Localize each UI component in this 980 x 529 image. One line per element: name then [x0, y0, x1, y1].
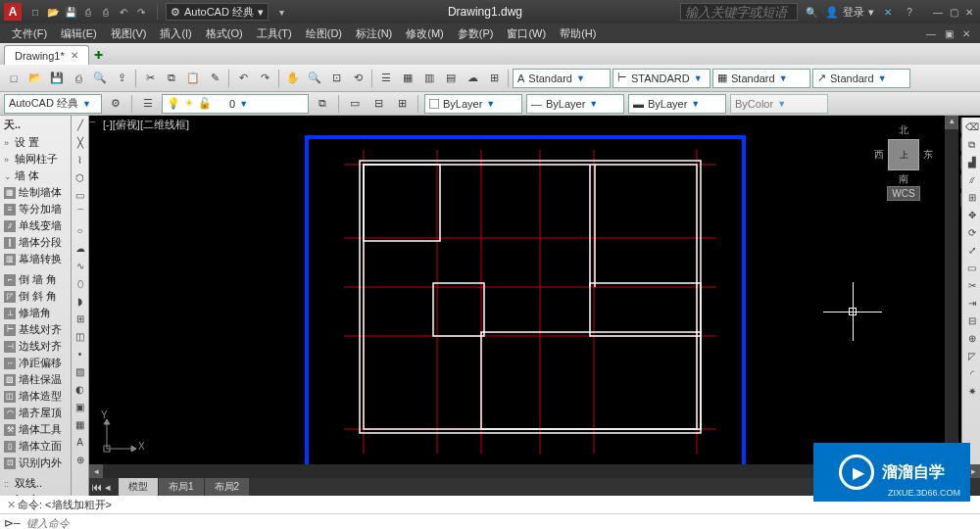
model-tab[interactable]: 模型: [119, 478, 158, 496]
panel-item[interactable]: ◸倒 斜 角: [0, 288, 71, 305]
region-icon[interactable]: ▣: [73, 400, 87, 414]
panel-item[interactable]: ⊣边线对齐: [0, 338, 71, 355]
tab-first-icon[interactable]: ⏮: [91, 481, 102, 493]
block-icon[interactable]: ◫: [73, 329, 87, 344]
layon-icon[interactable]: ⊞: [392, 94, 412, 114]
open-icon[interactable]: 📂: [45, 4, 61, 20]
properties-icon[interactable]: ☰: [376, 69, 396, 88]
menu-dim[interactable]: 标注(N): [350, 24, 398, 43]
paste-icon[interactable]: 📋: [183, 69, 203, 88]
layout2-tab[interactable]: 布局2: [205, 478, 250, 496]
mtext-icon[interactable]: A: [73, 435, 87, 450]
layer-state-icon[interactable]: ⧉: [313, 94, 332, 114]
open-icon[interactable]: 📂: [25, 69, 45, 88]
quickcalc-icon[interactable]: ⊞: [484, 69, 504, 88]
menu-insert[interactable]: 插入(I): [154, 24, 197, 43]
rotate-icon[interactable]: ⟳: [964, 225, 979, 240]
panel-item[interactable]: ⊡识别内外: [0, 455, 71, 471]
linetype-dropdown[interactable]: —ByLayer▼: [526, 94, 624, 114]
menu-tools[interactable]: 工具(T): [251, 24, 298, 43]
menu-window[interactable]: 窗口(W): [501, 24, 552, 43]
login-button[interactable]: 👤 登录 ▾: [825, 5, 874, 20]
hatch-icon[interactable]: ▨: [73, 364, 87, 379]
menu-format[interactable]: 格式(O): [200, 24, 249, 43]
textstyle-dropdown[interactable]: AStandard▼: [513, 69, 611, 88]
close-tab-icon[interactable]: ✕: [71, 50, 78, 61]
redo-icon[interactable]: ↷: [133, 4, 149, 20]
mdi-restore-icon[interactable]: ▣: [941, 25, 956, 41]
preview-icon[interactable]: 🔍: [90, 69, 110, 88]
match-icon[interactable]: ✎: [205, 69, 224, 88]
cut-icon[interactable]: ✂: [140, 69, 160, 88]
drawing-canvas[interactable]: − [-][俯视][二维线框] Rect: [89, 116, 980, 496]
redo-icon[interactable]: ↷: [255, 69, 274, 88]
menu-file[interactable]: 文件(F): [6, 24, 53, 43]
lineweight-dropdown[interactable]: ▬ByLayer▼: [628, 94, 726, 114]
panel-item[interactable]: ▥幕墙转换: [0, 251, 71, 267]
cmd-close-icon[interactable]: ✕: [4, 499, 18, 511]
new-icon[interactable]: □: [27, 4, 43, 20]
panel-item[interactable]: ⊢基线对齐: [0, 321, 71, 338]
menu-view[interactable]: 视图(V): [105, 24, 153, 43]
toolpalette-icon[interactable]: ▥: [419, 69, 439, 88]
file-tab-active[interactable]: Drawing1* ✕: [4, 45, 89, 65]
array-icon[interactable]: ⊞: [964, 190, 979, 205]
panel-group-axis[interactable]: »轴网柱子: [0, 151, 71, 168]
ws-settings-icon[interactable]: ⚙: [106, 94, 125, 114]
panel-item[interactable]: ◫墙体造型: [0, 388, 71, 405]
app-logo[interactable]: A: [4, 3, 22, 21]
layoff-icon[interactable]: ⊟: [368, 94, 388, 114]
save-icon[interactable]: 💾: [63, 4, 78, 20]
markup-icon[interactable]: ☁: [463, 69, 482, 88]
panel-item[interactable]: ◠墙齐屋顶: [0, 405, 71, 421]
move-icon[interactable]: ✥: [964, 208, 979, 222]
menu-draw[interactable]: 绘图(D): [300, 24, 348, 43]
mdi-minimize-icon[interactable]: —: [923, 25, 939, 41]
gradient-icon[interactable]: ◐: [73, 382, 87, 397]
new-icon[interactable]: □: [4, 69, 24, 88]
circle-icon[interactable]: ○: [73, 223, 87, 238]
zoom-window-icon[interactable]: ⊡: [326, 69, 346, 88]
save-icon[interactable]: 💾: [47, 69, 67, 88]
polygon-icon[interactable]: ⬡: [73, 170, 87, 185]
tablestyle-dropdown[interactable]: ▦Standard▼: [712, 69, 810, 88]
explode-icon[interactable]: ✷: [964, 384, 979, 399]
chamfer-icon[interactable]: ◸: [964, 349, 979, 363]
nav-south[interactable]: 南: [874, 172, 933, 186]
menu-modify[interactable]: 修改(M): [400, 24, 450, 43]
panel-item[interactable]: ⫽单线变墙: [0, 217, 71, 234]
sheetset-icon[interactable]: ▤: [441, 69, 461, 88]
panel-item[interactable]: ⌐倒 墙 角: [0, 271, 71, 288]
panel-group-wall[interactable]: ⌄墙 体: [0, 168, 71, 184]
panel-group-settings[interactable]: »设 置: [0, 134, 71, 151]
search-icon[interactable]: 🔍: [804, 4, 819, 20]
menu-help[interactable]: 帮助(H): [554, 24, 602, 43]
undo-icon[interactable]: ↶: [233, 69, 253, 88]
color-dropdown[interactable]: ByLayer▼: [424, 94, 522, 114]
plot-icon[interactable]: ⎙: [69, 69, 88, 88]
viewport-minus-icon[interactable]: −: [89, 116, 101, 127]
break-icon[interactable]: ⊟: [964, 313, 979, 328]
rectangle-icon[interactable]: ▭: [73, 188, 87, 203]
viewport-label[interactable]: [-][俯视][二维线框]: [103, 118, 189, 132]
search-input[interactable]: [680, 3, 798, 21]
copy-icon[interactable]: ⧉: [964, 137, 979, 152]
publish-icon[interactable]: ⇪: [112, 69, 131, 88]
fillet-icon[interactable]: ◜: [964, 366, 979, 381]
extend-icon[interactable]: ⇥: [964, 296, 979, 311]
spline-icon[interactable]: ∿: [73, 259, 87, 273]
nav-wcs[interactable]: WCS: [887, 186, 919, 201]
zoom-icon[interactable]: 🔍: [305, 69, 324, 88]
plot-icon[interactable]: ⎙: [98, 4, 114, 20]
panel-item[interactable]: ▨墙柱保温: [0, 371, 71, 388]
qat-dropdown-icon[interactable]: ▾: [274, 4, 290, 20]
new-tab-icon[interactable]: ✚: [89, 45, 109, 65]
view-cube[interactable]: 北 西 上 东 南 WCS: [874, 123, 933, 201]
zoom-prev-icon[interactable]: ⟲: [348, 69, 368, 88]
pline-icon[interactable]: ⌇: [73, 153, 87, 168]
mdi-close-icon[interactable]: ✕: [958, 25, 974, 41]
saveas-icon[interactable]: ⎙: [80, 4, 96, 20]
nav-east[interactable]: 东: [923, 148, 933, 162]
arc-icon[interactable]: ⌒: [73, 206, 87, 220]
mirror-icon[interactable]: ▟: [964, 155, 979, 169]
